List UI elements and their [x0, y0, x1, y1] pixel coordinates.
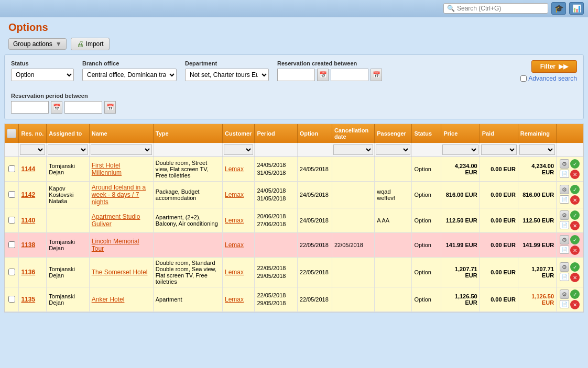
gear-button[interactable]: ⚙ [560, 262, 569, 272]
document-button[interactable]: 📄 [560, 195, 569, 204]
row-price: 4,234.00 EUR [441, 157, 480, 182]
gear-button[interactable]: ⚙ [560, 235, 569, 244]
res-created-from-cal[interactable]: 📅 [317, 69, 329, 81]
filter-cancel-select[interactable] [333, 144, 373, 155]
header-checkbox-cell[interactable] [5, 124, 19, 143]
document-button[interactable]: 📄 [560, 273, 569, 281]
res-created-from[interactable] [277, 69, 315, 81]
filter-res-no[interactable] [19, 143, 47, 157]
document-button[interactable]: 📄 [560, 221, 569, 229]
res-period-to[interactable] [64, 101, 102, 114]
customer-link[interactable]: Lemax [225, 296, 244, 303]
cancel-button[interactable]: ✕ [570, 170, 580, 179]
filter-button[interactable]: Filter ▶▶ [531, 60, 577, 73]
res-no-link[interactable]: 1140 [21, 217, 35, 224]
document-button[interactable]: 📄 [560, 246, 569, 254]
confirm-button[interactable]: ✓ [570, 289, 580, 299]
filter-passenger-select[interactable] [376, 144, 410, 155]
document-button[interactable]: 📄 [560, 300, 569, 308]
name-link[interactable]: Apartment Studio Guliver [92, 213, 140, 228]
gear-button[interactable]: ⚙ [560, 159, 569, 169]
filter-remaining[interactable] [518, 143, 556, 157]
row-checkbox-cell[interactable] [5, 182, 19, 208]
filter-paid-select[interactable] [481, 144, 517, 155]
res-created-to-cal[interactable]: 📅 [371, 69, 382, 81]
res-no-link[interactable]: 1135 [21, 296, 35, 303]
dept-select[interactable]: Not set, Charter tours Europe, Ch [185, 69, 269, 81]
gear-button[interactable]: ⚙ [560, 210, 569, 220]
customer-link[interactable]: Lemax [225, 269, 244, 276]
advanced-search-link[interactable]: Advanced search [520, 75, 577, 82]
row-checkbox[interactable] [8, 269, 15, 275]
res-period-from-cal[interactable]: 📅 [51, 101, 62, 114]
res-created-to[interactable] [331, 69, 368, 81]
customer-link[interactable]: Lemax [225, 191, 244, 198]
res-no-link[interactable]: 1138 [21, 241, 35, 249]
res-period-to-cal[interactable]: 📅 [104, 101, 116, 114]
name-link[interactable]: The Somerset Hotel [92, 269, 148, 276]
chart-icon-btn[interactable]: 📊 [569, 2, 584, 15]
filter-customer-select[interactable] [224, 144, 253, 155]
cancel-button[interactable]: ✕ [570, 300, 580, 309]
row-checkbox[interactable] [8, 165, 15, 172]
name-link[interactable]: Around Iceland in a week - 8 days / 7 ni… [92, 184, 146, 206]
customer-link[interactable]: Lemax [225, 165, 244, 173]
confirm-button[interactable]: ✓ [570, 185, 580, 194]
gear-button[interactable]: ⚙ [560, 289, 569, 299]
filter-price-select[interactable] [442, 144, 478, 155]
filter-assigned[interactable] [47, 143, 89, 157]
row-checkbox[interactable] [8, 191, 15, 198]
row-checkbox-cell[interactable] [5, 157, 19, 182]
name-link[interactable]: Anker Hotel [92, 296, 125, 303]
status-select[interactable]: Option [11, 69, 74, 81]
cancel-button[interactable]: ✕ [570, 273, 580, 282]
cancel-button[interactable]: ✕ [570, 221, 580, 230]
confirm-button[interactable]: ✓ [570, 159, 580, 169]
row-checkbox[interactable] [8, 296, 15, 303]
res-no-link[interactable]: 1142 [21, 191, 35, 198]
filter-passenger[interactable] [375, 143, 412, 157]
table-header-row: Res. no. Assigned to Name Type Customer … [5, 124, 583, 143]
filter-remaining-select[interactable] [519, 144, 555, 155]
document-button[interactable]: 📄 [560, 170, 569, 178]
row-checkbox-cell[interactable] [5, 208, 19, 233]
name-link[interactable]: First Hotel Millennium [92, 162, 122, 176]
filter-actions-cell [557, 143, 583, 157]
row-period [255, 233, 297, 258]
advanced-search-checkbox[interactable] [520, 75, 527, 82]
search-box[interactable]: 🔍 [443, 3, 548, 14]
row-checkbox-cell[interactable] [5, 258, 19, 287]
row-checkbox[interactable] [8, 217, 15, 224]
graduation-icon-btn[interactable]: 🎓 [551, 2, 566, 15]
res-no-link[interactable]: 1144 [21, 165, 35, 173]
cancel-button[interactable]: ✕ [570, 246, 580, 255]
filter-customer[interactable] [223, 143, 255, 157]
confirm-button[interactable]: ✓ [570, 235, 580, 244]
filter-name-select[interactable] [91, 144, 152, 155]
cancel-button[interactable]: ✕ [570, 195, 580, 205]
row-checkbox[interactable] [8, 241, 15, 248]
res-period-from[interactable] [11, 101, 49, 114]
filter-paid[interactable] [480, 143, 518, 157]
gear-button[interactable]: ⚙ [560, 185, 569, 194]
filter-assigned-select[interactable] [48, 144, 88, 155]
search-input[interactable] [457, 5, 541, 12]
customer-link[interactable]: Lemax [225, 217, 244, 224]
master-checkbox[interactable] [7, 129, 16, 138]
confirm-button[interactable]: ✓ [570, 262, 580, 272]
row-type: Package, Budget accommodation [153, 182, 222, 208]
group-actions-button[interactable]: Group actions ▼ [8, 38, 67, 50]
filter-name[interactable] [89, 143, 153, 157]
customer-link[interactable]: Lemax [225, 241, 244, 249]
filter-cancellation[interactable] [332, 143, 374, 157]
row-checkbox-cell[interactable] [5, 287, 19, 312]
action-icons-group: ⚙ ✓ 📄 ✕ [559, 210, 581, 230]
name-link[interactable]: Lincoln Memorial Tour [92, 238, 139, 252]
confirm-button[interactable]: ✓ [570, 210, 580, 220]
filter-res-no-select[interactable] [20, 144, 45, 155]
filter-price[interactable] [441, 143, 480, 157]
import-button[interactable]: 🖨 Import [71, 38, 110, 50]
res-no-link[interactable]: 1136 [21, 269, 35, 276]
row-checkbox-cell[interactable] [5, 233, 19, 258]
branch-select[interactable]: Central office, Dominican travel n [82, 69, 177, 81]
